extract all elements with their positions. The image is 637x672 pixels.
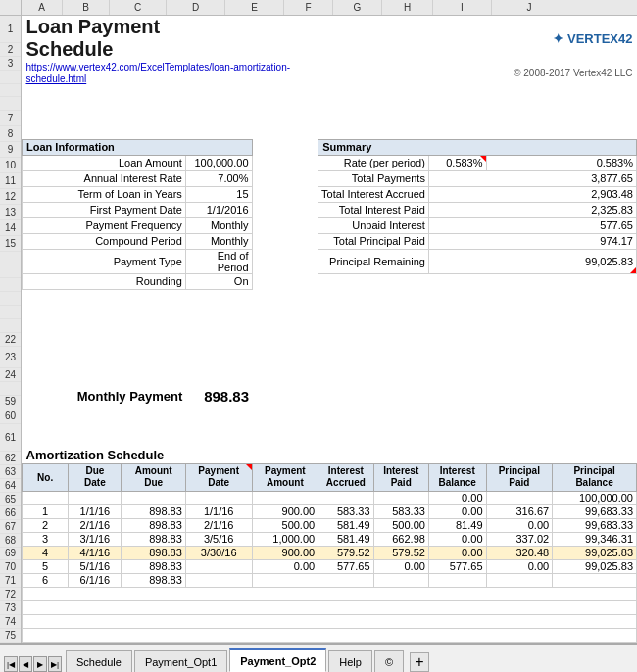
logo: ✦ VERTEX42 [553, 31, 632, 46]
col-payment-date: PaymentDate [185, 463, 252, 491]
tab-payment-opt1[interactable]: Payment_Opt1 [134, 650, 227, 672]
rounding-label: Rounding [23, 273, 186, 289]
tab-nav-prev[interactable]: ◀ [19, 656, 32, 672]
total-interest-paid-value: 2,325.83 [428, 202, 636, 217]
col-header-c: C [110, 0, 167, 15]
col-interest-accrued: InterestAccrued [318, 463, 373, 491]
col-header-h: H [382, 0, 433, 15]
row-7: Loan Information Summary [23, 139, 637, 155]
col-due-date: DueDate [69, 463, 122, 491]
total-interest-accrued-label: Total Interest Accrued [318, 186, 429, 202]
annual-rate-label: Annual Interest Rate [23, 170, 186, 186]
tab-nav-next[interactable]: ▶ [33, 656, 47, 672]
row-15: Rounding On [23, 273, 637, 289]
col-interest-paid: InterestPaid [373, 463, 428, 491]
payment-type-label: Payment Type [23, 249, 186, 273]
row-8: Loan Amount 100,000.00 Rate (per period)… [23, 155, 637, 170]
loan-amount-value: 100,000.00 [185, 155, 252, 170]
row-62: 0.00 100,000.00 [23, 491, 637, 504]
col-header-b: B [63, 0, 110, 15]
tab-nav-first[interactable]: |◀ [4, 656, 18, 672]
website-link[interactable]: https://www.vertex42.com/ExcelTemplates/… [26, 62, 291, 84]
payment-freq-label: Payment Frequency [23, 217, 186, 233]
col-header-d: D [167, 0, 225, 15]
row-65: 3 3/1/16 898.83 3/5/16 1,000.00 581.49 6… [23, 532, 637, 546]
unpaid-interest-label: Unpaid Interest [318, 217, 429, 233]
term-label: Term of Loan in Years [23, 186, 186, 202]
row-1: Loan Payment Schedule ✦ VERTEX42 [23, 16, 637, 61]
row-12: Payment Frequency Monthly Unpaid Interes… [23, 217, 637, 233]
tab-schedule[interactable]: Schedule [66, 650, 132, 672]
rounding-value: On [185, 273, 252, 289]
first-payment-label: First Payment Date [23, 202, 186, 217]
col-header-e: E [225, 0, 284, 15]
col-principal-balance: PrincipalBalance [553, 463, 637, 491]
annual-rate-value: 7.00% [185, 170, 252, 186]
row-2: https://www.vertex42.com/ExcelTemplates/… [23, 61, 637, 84]
row-23: Monthly Payment 898.83 [23, 385, 637, 407]
row-67: 5 5/1/16 898.83 0.00 577.65 0.00 577.65 … [23, 559, 637, 573]
total-interest-accrued-value: 2,903.48 [428, 186, 636, 202]
row-13: Compound Period Monthly Total Principal … [23, 233, 637, 249]
row-14: Payment Type End of Period Principal Rem… [23, 249, 637, 273]
first-payment-value: 1/1/2016 [185, 202, 252, 217]
row-61-headers: No. DueDate AmountDue PaymentDate Paymen… [23, 463, 637, 491]
col-header-j: J [492, 0, 566, 15]
amort-title: Amortization Schedule [23, 448, 637, 463]
total-principal-paid-label: Total Principal Paid [318, 233, 429, 249]
col-header-i: I [433, 0, 492, 15]
row-numbers: 1 2 3 7 8 9 10 11 12 13 14 15 22 23 24 5 [0, 16, 22, 643]
col-header-a: A [22, 0, 63, 15]
col-amount-due: AmountDue [122, 463, 185, 491]
row-10: Term of Loan in Years 15 Total Interest … [23, 186, 637, 202]
row-60: Amortization Schedule [23, 448, 637, 463]
row-11: First Payment Date 1/1/2016 Total Intere… [23, 202, 637, 217]
payment-type-value: End of Period [185, 249, 252, 273]
monthly-payment-value: 898.83 [185, 385, 252, 407]
loan-info-header: Loan Information [23, 139, 253, 155]
tab-payment-opt2[interactable]: Payment_Opt2 [229, 648, 326, 672]
tab-bar: |◀ ◀ ▶ ▶| Schedule Payment_Opt1 Payment_… [0, 643, 637, 672]
compound-label: Compound Period [23, 233, 186, 249]
column-headers: A B C D E F G H I J [0, 0, 637, 16]
col-principal-paid: PrincipalPaid [486, 463, 553, 491]
term-value: 15 [185, 186, 252, 202]
tab-add-button[interactable]: + [410, 652, 429, 672]
row-9: Annual Interest Rate 7.00% Total Payment… [23, 170, 637, 186]
copyright-text: © 2008-2017 Vertex42 LLC [514, 68, 632, 78]
unpaid-interest-value: 577.65 [428, 217, 636, 233]
payment-freq-value: Monthly [185, 217, 252, 233]
tab-help[interactable]: Help [328, 650, 372, 672]
col-payment-amount: PaymentAmount [252, 463, 318, 491]
col-no: No. [23, 463, 69, 491]
total-payments-value: 3,877.65 [428, 170, 636, 186]
row-63: 1 1/1/16 898.83 1/1/16 900.00 583.33 583… [23, 504, 637, 518]
rate-value: 0.583% [428, 155, 486, 170]
row-68: 6 6/1/16 898.83 [23, 573, 637, 587]
spreadsheet-title: Loan Payment Schedule [26, 16, 161, 60]
rate-value-right: 0.583% [486, 155, 636, 170]
col-header-f: F [284, 0, 333, 15]
total-principal-paid-value: 974.17 [428, 233, 636, 249]
monthly-payment-label: Monthly Payment [23, 385, 186, 407]
summary-header: Summary [318, 139, 637, 155]
compound-value: Monthly [185, 233, 252, 249]
total-interest-paid-label: Total Interest Paid [318, 202, 429, 217]
tab-nav-last[interactable]: ▶| [48, 656, 62, 672]
principal-remaining-label: Principal Remaining [318, 249, 429, 273]
rate-label: Rate (per period) [318, 155, 429, 170]
principal-remaining-value: 99,025.83 [428, 249, 636, 273]
row-64: 2 2/1/16 898.83 2/1/16 500.00 581.49 500… [23, 518, 637, 532]
loan-amount-label: Loan Amount [23, 155, 186, 170]
col-header-g: G [333, 0, 382, 15]
total-payments-label: Total Payments [318, 170, 429, 186]
col-interest-balance: InterestBalance [428, 463, 486, 491]
row-66: 4 4/1/16 898.83 3/30/16 900.00 579.52 57… [23, 546, 637, 559]
tab-copyright[interactable]: © [374, 650, 404, 672]
